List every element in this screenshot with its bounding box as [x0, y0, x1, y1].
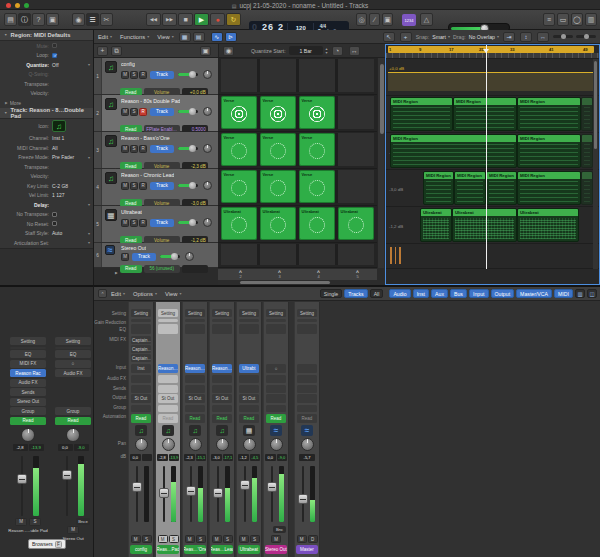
loop-cell[interactable]: Ultrabeat	[338, 207, 374, 240]
inspector-row[interactable]: Mute:	[0, 41, 93, 51]
play-button[interactable]: ▶	[194, 13, 209, 26]
solo-button[interactable]: S	[250, 535, 260, 543]
solo-button[interactable]: S	[130, 145, 138, 153]
inspector-row[interactable]: Loop:	[0, 51, 93, 61]
channel-filter-button[interactable]: Aux	[431, 289, 448, 298]
record-enable-button[interactable]: R	[139, 71, 147, 79]
mute-button[interactable]: M	[121, 71, 129, 79]
audio-fx-slot[interactable]	[131, 375, 151, 383]
strip-slot[interactable]: EQ	[55, 350, 91, 358]
strip-slot[interactable]: Group	[10, 407, 46, 415]
channel-name-tag[interactable]: Reas…Lead	[211, 545, 233, 554]
inspector-row[interactable]: No Transpose:	[0, 210, 93, 220]
input-slot[interactable]: Reason…	[158, 364, 178, 373]
menu-item[interactable]: Options	[129, 291, 161, 297]
fader-handle[interactable]	[240, 480, 250, 490]
track-onoff-button[interactable]: Track	[150, 219, 174, 227]
pan-knob[interactable]	[189, 438, 202, 451]
group-slot[interactable]	[297, 405, 317, 412]
fader-db-value[interactable]: -5,7	[299, 454, 315, 461]
group-slot[interactable]	[266, 405, 286, 412]
wide-strips-button[interactable]: ◫	[587, 289, 597, 298]
channel-filter-button[interactable]: Output	[491, 289, 515, 298]
automation-mode-button[interactable]: Read	[120, 265, 142, 273]
inspector-value[interactable]: Inst 1	[52, 135, 64, 141]
fader-db-value[interactable]: -2,3	[184, 454, 195, 461]
stop-button[interactable]: ■	[178, 13, 193, 26]
solo-button[interactable]: S	[169, 535, 179, 543]
audio-fx-slot[interactable]	[158, 375, 178, 383]
menu-item[interactable]: Edit	[107, 291, 129, 297]
track-volume-slider[interactable]	[178, 73, 198, 76]
output-slot[interactable]: St Out	[185, 394, 205, 403]
strip-slot[interactable]	[10, 347, 46, 349]
fader-handle[interactable]	[17, 474, 27, 484]
input-slot[interactable]: Reason…	[185, 364, 205, 373]
browsers-button[interactable]: ▥	[585, 13, 597, 26]
channel-setting-button[interactable]: Setting	[266, 309, 286, 317]
fader-handle[interactable]	[62, 470, 72, 480]
inspector-value[interactable]: All	[52, 145, 58, 151]
fader-handle[interactable]	[186, 486, 196, 496]
playhead[interactable]	[486, 45, 487, 269]
midi-region[interactable]: MIDI Region	[453, 97, 517, 131]
channel-strip[interactable]: Setting ○ Read 0,0 -9,	[263, 302, 289, 557]
midi-region[interactable]	[581, 134, 593, 168]
track-pan-knob[interactable]	[203, 144, 212, 153]
eq-thumbnail[interactable]	[239, 324, 259, 334]
checkbox[interactable]	[52, 43, 57, 48]
cell-length-button[interactable]: ↔	[349, 46, 360, 56]
scene-trigger[interactable]: 3	[260, 269, 299, 280]
inspector-row[interactable]: Delay:	[0, 200, 93, 210]
group-slot[interactable]	[158, 405, 178, 412]
input-slot[interactable]: Ultrabt	[239, 364, 259, 373]
track-name[interactable]: Reason - Chronic Lead	[121, 172, 174, 178]
eq-thumbnail[interactable]	[297, 324, 317, 334]
snap-select[interactable]: Smart	[432, 34, 450, 40]
peak-db-value[interactable]	[142, 454, 153, 461]
inspector-row[interactable]: No Reset:	[0, 219, 93, 229]
strip-slot[interactable]	[55, 347, 91, 349]
mute-button[interactable]: M	[271, 535, 281, 543]
loop-cell[interactable]: Verse	[260, 96, 296, 129]
audio-fx-slot[interactable]	[266, 375, 286, 383]
output-slot[interactable]: St Out	[131, 394, 151, 403]
metronome-button[interactable]: △	[420, 13, 433, 26]
bounce-button[interactable]: Bnc	[273, 526, 286, 533]
grid-vertical-scrollbar[interactable]	[377, 58, 384, 268]
track-onoff-button[interactable]: Track	[150, 108, 174, 116]
midi-region[interactable]: MIDI Region	[390, 134, 517, 168]
inspector-row[interactable]: Channel: Inst 1	[0, 134, 93, 144]
group-slot[interactable]	[185, 405, 205, 412]
pan-knob[interactable]	[21, 428, 35, 442]
strip-slot[interactable]: Setting	[10, 337, 46, 345]
audio-fx-slot[interactable]	[297, 375, 317, 383]
output-slot[interactable]: St Out	[158, 394, 178, 403]
track-volume-slider[interactable]	[160, 255, 180, 258]
track-name[interactable]: Ultrabeat	[121, 209, 142, 215]
eq-thumbnail[interactable]	[185, 324, 205, 334]
solo-button[interactable]: S	[223, 535, 233, 543]
add-track-button[interactable]: +	[97, 46, 108, 56]
channel-setting-button[interactable]: Setting	[158, 309, 178, 317]
channel-strip[interactable]: Setting Reason… St Out Read -2,8	[155, 302, 181, 557]
bounce-button[interactable]: Bnce	[76, 518, 90, 525]
duplicate-track-button[interactable]: ⧉	[111, 46, 122, 56]
track-header[interactable]: 1 config M S R Track Read Volume +0,0 dB	[94, 58, 218, 95]
channel-filter-button[interactable]: Input	[469, 289, 489, 298]
input-slot[interactable]: Reason…	[212, 364, 232, 373]
peak-db-value[interactable]: -13,9	[29, 444, 44, 451]
mixer-view-button[interactable]: All	[370, 289, 384, 298]
pointer-tool-button[interactable]: ↖	[383, 32, 395, 42]
sends-slot[interactable]	[297, 385, 317, 393]
inspector-row[interactable]: Transpose:	[0, 162, 93, 172]
menu-item[interactable]: View	[161, 291, 185, 297]
record-enable-button[interactable]: R	[139, 108, 147, 116]
track-volume-slider[interactable]	[178, 110, 198, 113]
region-dimmed[interactable]	[388, 73, 597, 91]
fader-db-value[interactable]: -2,8	[157, 454, 168, 461]
zoom-slider-horizontal[interactable]	[576, 35, 596, 38]
channel-filter-button[interactable]: Master/VCA	[516, 289, 552, 298]
peak-db-value[interactable]: -13,9	[169, 454, 180, 461]
channel-strip[interactable]: Setting Reason… St Out Read -2,3	[182, 302, 208, 557]
